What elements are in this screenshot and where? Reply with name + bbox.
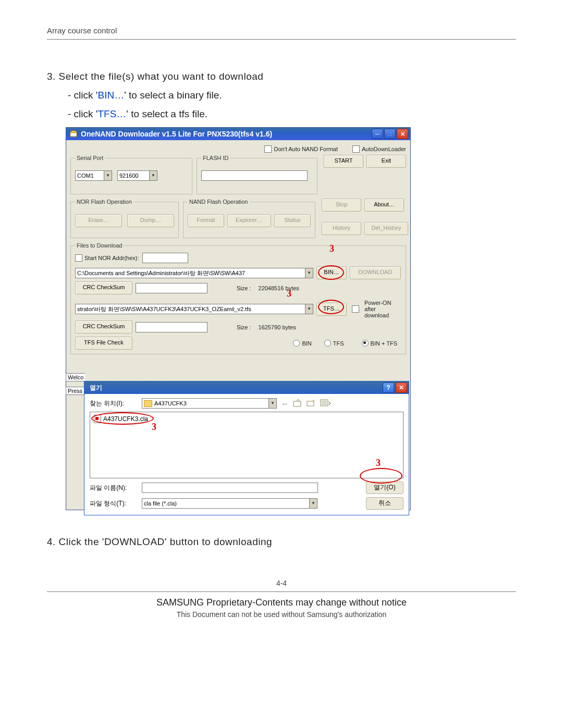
newfolder-icon[interactable]: ✦ xyxy=(307,399,316,409)
maximize-button[interactable]: □ xyxy=(384,129,396,139)
lookin-select[interactable]: A437UCFK3 ▼ xyxy=(142,398,277,409)
flash-id-input[interactable] xyxy=(201,170,308,181)
crc-bin-input[interactable] xyxy=(136,283,207,293)
dont-auto-format-check[interactable]: Don't Auto NAND Format xyxy=(264,145,338,153)
radio-bin[interactable]: BIN xyxy=(293,340,311,347)
download-button[interactable]: DOWNLOAD xyxy=(350,266,401,279)
flash-id-group: FLASH ID xyxy=(197,155,317,194)
autodownloader-check[interactable]: AutoDownLoader xyxy=(352,145,406,153)
size-label-bin: Size : xyxy=(237,285,251,291)
up-icon[interactable] xyxy=(293,399,302,409)
format-button[interactable]: Format xyxy=(188,214,224,227)
callout-num-3: 3 xyxy=(152,422,156,433)
titlebar: OneNAND Downloader v1.5 Lite For PNX5230… xyxy=(66,128,410,140)
open-button[interactable]: 열기(O) xyxy=(366,482,403,494)
crc-checksum-bin-button[interactable]: CRC CheckSum xyxy=(75,281,132,294)
footer-line2: This Document can not be used without Sa… xyxy=(47,610,516,619)
baud-select[interactable]: 921600▼ xyxy=(117,170,157,181)
step3-sub1: - click 'BIN…' to select a binary file. xyxy=(68,90,516,101)
nor-flash-group: NOR Flash Operation Erase… Dump… xyxy=(70,199,179,238)
com-select[interactable]: COM1▼ xyxy=(75,170,112,181)
radio-bin-tfs[interactable]: BIN + TFS xyxy=(362,340,397,347)
view-icon[interactable] xyxy=(320,399,332,409)
about-button[interactable]: About… xyxy=(364,199,404,212)
serial-port-group: Serial Port COM1▼ 921600▼ xyxy=(70,155,192,194)
size-label-tfs: Size : xyxy=(237,324,251,330)
file-item-cla[interactable]: A437UCFK3.cla xyxy=(92,414,150,424)
footer-line1: SAMSUNG Proprietary-Contents may change … xyxy=(47,597,516,608)
cancel-button[interactable]: 취소 xyxy=(366,497,403,510)
history-button[interactable]: History xyxy=(322,222,361,235)
lookin-label: 찾는 위치(I): xyxy=(90,399,142,408)
open-dialog: 열기 ? ✕ 찾는 위치(I): A437UCFK3 ▼ ← xyxy=(84,381,409,515)
filetype-select[interactable]: cla file (*.cla)▼ xyxy=(142,498,317,509)
step3-sub2: - click 'TFS…' to select a tfs file. xyxy=(68,108,516,120)
exit-button[interactable]: Exit xyxy=(366,155,406,168)
window-title: OneNAND Downloader v1.5 Lite For PNX5230… xyxy=(81,130,371,138)
status-button[interactable]: Status xyxy=(274,214,311,227)
page-number: 4-4 xyxy=(47,579,516,587)
crc-checksum-tfs-button[interactable]: CRC CheckSum xyxy=(75,320,132,334)
svg-text:✦: ✦ xyxy=(312,399,315,403)
header-rule xyxy=(47,39,516,40)
svg-rect-1 xyxy=(71,131,76,133)
radio-tfs[interactable]: TFS xyxy=(324,340,344,347)
footer-rule xyxy=(47,591,516,592)
size-tfs-value: 1625790 bytes xyxy=(259,324,296,330)
open-dialog-titlebar: 열기 ? ✕ xyxy=(84,381,409,394)
page-header: Array course control xyxy=(47,26,516,35)
stop-button[interactable]: Stop xyxy=(322,199,361,212)
files-to-download-group: Files to Download Start NOR Addr(hex): C… xyxy=(70,242,406,354)
side-welco: Welco xyxy=(66,373,85,381)
onenand-window: OneNAND Downloader v1.5 Lite For PNX5230… xyxy=(66,127,411,510)
file-list[interactable]: A437UCFK3.cla 3 xyxy=(90,412,403,478)
dialog-close-button[interactable]: ✕ xyxy=(396,382,407,393)
poweron-check[interactable] xyxy=(352,305,361,313)
start-nor-addr-check[interactable]: Start NOR Addr(hex): xyxy=(75,253,401,263)
dump-button[interactable]: Dump… xyxy=(127,214,174,227)
step4-heading: 4. Click the 'DOWNLOAD' button to downlo… xyxy=(47,536,516,548)
nand-flash-group: NAND Flash Operation Format Explorer… St… xyxy=(183,199,315,238)
back-icon[interactable]: ← xyxy=(281,399,289,408)
tfs-file-check-button[interactable]: TFS File Check xyxy=(75,337,132,350)
tfs-button[interactable]: TFS… xyxy=(316,303,347,316)
step3-heading: 3. Select the file(s) what you want to d… xyxy=(47,71,516,82)
erase-button[interactable]: Erase… xyxy=(75,214,122,227)
bin-path-select[interactable]: C:\Documents and Settings\Administrator\… xyxy=(75,268,313,278)
del-history-button[interactable]: Del_History xyxy=(364,222,408,235)
explorer-button[interactable]: Explorer… xyxy=(227,214,271,227)
crc-tfs-input[interactable] xyxy=(136,322,207,332)
filename-input[interactable] xyxy=(142,483,318,493)
size-bin-value: 22048516 bytes xyxy=(259,285,299,291)
filename-label: 파일 이름(N): xyxy=(90,484,142,492)
tfs-path-select[interactable]: strator\바탕 화면\SW\SW\A437UCFK3\A437UCFK3_… xyxy=(75,304,313,314)
poweron-label: Power-ON after download xyxy=(364,300,401,318)
svg-rect-2 xyxy=(293,401,301,406)
app-icon xyxy=(69,130,78,138)
help-button[interactable]: ? xyxy=(383,382,394,393)
filetype-label: 파일 형식(T): xyxy=(90,499,142,508)
bin-button[interactable]: BIN… xyxy=(316,266,347,279)
side-press: Press xyxy=(66,387,84,395)
minimize-button[interactable]: ─ xyxy=(372,129,383,139)
open-dialog-title: 열기 xyxy=(90,384,102,392)
file-icon xyxy=(94,415,101,423)
nor-addr-input[interactable] xyxy=(142,253,188,263)
start-button[interactable]: START xyxy=(324,155,363,168)
close-button[interactable]: ✕ xyxy=(397,129,408,139)
